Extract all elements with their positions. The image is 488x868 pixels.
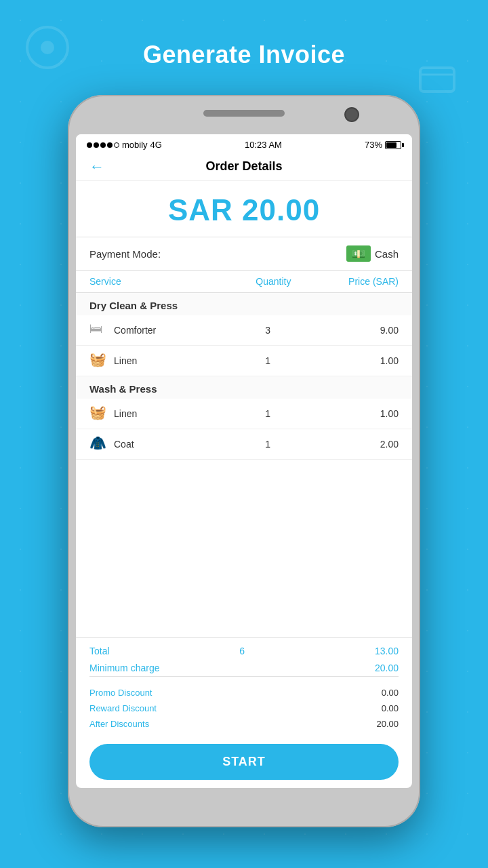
after-discounts-row: After Discounts 20.00	[89, 716, 399, 732]
header-title: Order Details	[205, 159, 282, 174]
status-bar: mobily 4G 10:23 AM 73%	[76, 134, 412, 153]
status-time: 10:23 AM	[245, 140, 282, 150]
signal-dot-2	[94, 142, 99, 148]
linen-dry-icon	[89, 351, 108, 370]
comforter-icon	[89, 321, 108, 340]
item-coat-price: 2.00	[306, 439, 399, 450]
item-linen-dry-qty: 1	[229, 355, 306, 366]
page-title: Generate Invoice	[0, 41, 488, 69]
category-dry-clean: Dry Clean & Press	[76, 293, 412, 315]
item-comforter-name: Comforter	[114, 325, 229, 336]
table-row: Comforter 3 9.00	[76, 315, 412, 346]
linen-wash-icon	[89, 404, 108, 423]
table-row: Linen 1 1.00	[76, 346, 412, 376]
promo-discount-label: Promo Discount	[89, 688, 152, 698]
carrier-name: mobily	[122, 140, 148, 150]
minimum-charge-amount: 20.00	[375, 663, 399, 673]
minimum-charge-label: Minimum charge	[89, 663, 159, 673]
totals-section: Total 6 13.00 Minimum charge 20.00	[76, 637, 412, 681]
payment-method: Cash	[375, 248, 399, 260]
col-service-header: Service	[89, 276, 237, 287]
amount-value: SAR 20.00	[87, 193, 401, 227]
total-qty: 6	[239, 646, 245, 656]
signal-dot-5	[114, 142, 119, 148]
payment-value: 💵 Cash	[346, 245, 399, 262]
reward-discount-row: Reward Discount 0.00	[89, 701, 399, 716]
phone-shell: mobily 4G 10:23 AM 73% ← Order Details S…	[68, 95, 420, 827]
cash-icon: 💵	[346, 245, 371, 262]
discount-section: Promo Discount 0.00 Reward Discount 0.00…	[76, 681, 412, 736]
battery-icon	[385, 141, 401, 149]
signal-dot-4	[107, 142, 113, 148]
after-discounts-label: After Discounts	[89, 719, 149, 729]
item-linen-dry-price: 1.00	[306, 355, 399, 366]
category-wash-press: Wash & Press	[76, 376, 412, 399]
total-label: Total	[89, 646, 110, 656]
promo-discount-amount: 0.00	[382, 688, 399, 698]
reward-discount-amount: 0.00	[382, 703, 399, 713]
col-qty-header: Quantity	[237, 276, 310, 287]
back-button[interactable]: ←	[87, 155, 107, 178]
header: ← Order Details	[76, 153, 412, 181]
item-comforter-price: 9.00	[306, 325, 399, 336]
signal-dot-1	[87, 142, 92, 148]
table-row: Coat 1 2.00	[76, 429, 412, 460]
svg-rect-2	[420, 68, 454, 92]
status-right: 73%	[365, 140, 401, 150]
start-button[interactable]: START	[89, 744, 399, 780]
item-linen-wash-price: 1.00	[306, 408, 399, 419]
status-left: mobily 4G	[87, 140, 162, 150]
payment-mode-label: Payment Mode:	[89, 248, 161, 260]
battery-percent: 73%	[365, 140, 382, 150]
phone-speaker	[203, 110, 285, 117]
payment-mode-row: Payment Mode: 💵 Cash	[76, 237, 412, 271]
signal-dot-3	[100, 142, 106, 148]
amount-section: SAR 20.00	[76, 181, 412, 237]
item-coat-qty: 1	[229, 439, 306, 450]
item-linen-wash-qty: 1	[229, 408, 306, 419]
coat-icon	[89, 435, 108, 454]
item-linen-dry-name: Linen	[114, 355, 229, 366]
reward-discount-label: Reward Discount	[89, 703, 157, 713]
table-header: Service Quantity Price (SAR)	[76, 271, 412, 293]
after-discounts-amount: 20.00	[376, 719, 399, 729]
table-row: Linen 1 1.00	[76, 399, 412, 429]
item-coat-name: Coat	[114, 439, 229, 450]
phone-screen: mobily 4G 10:23 AM 73% ← Order Details S…	[76, 134, 412, 788]
item-linen-wash-name: Linen	[114, 408, 229, 419]
table-section: Service Quantity Price (SAR) Dry Clean &…	[76, 271, 412, 637]
phone-camera	[344, 107, 359, 122]
col-price-header: Price (SAR)	[310, 276, 399, 287]
promo-discount-row: Promo Discount 0.00	[89, 685, 399, 701]
battery-fill	[386, 142, 396, 148]
item-comforter-qty: 3	[229, 325, 306, 336]
signal-dots	[87, 142, 119, 148]
total-amount: 13.00	[375, 646, 399, 656]
start-button-container: START	[76, 736, 412, 788]
minimum-charge-row: Minimum charge 20.00	[89, 660, 399, 677]
total-row: Total 6 13.00	[89, 642, 399, 660]
network-type: 4G	[150, 140, 162, 150]
